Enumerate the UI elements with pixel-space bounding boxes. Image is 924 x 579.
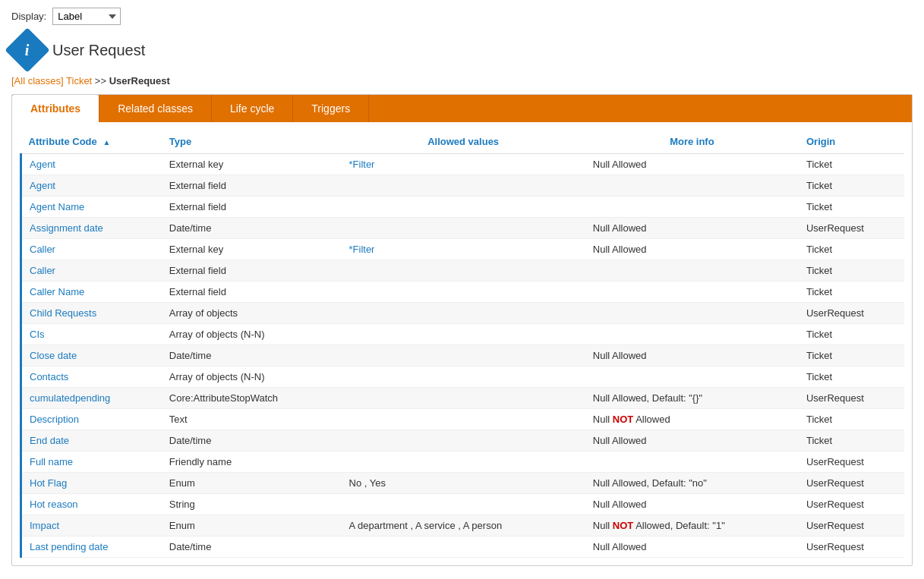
table-row: Hot FlagEnumNo , YesNull Allowed, Defaul… <box>21 473 905 494</box>
cell-allowed-values <box>342 282 585 303</box>
cell-origin: Ticket <box>799 175 904 197</box>
col-type: Type <box>162 130 342 154</box>
cell-type: String <box>162 494 342 515</box>
col-origin: Origin <box>799 130 904 154</box>
table-row: Close dateDate/timeNull AllowedTicket <box>21 345 905 367</box>
table-row: Full nameFriendly nameUserRequest <box>21 452 905 473</box>
cell-type: Text <box>162 409 342 430</box>
cell-allowed-values <box>342 175 585 197</box>
cell-allowed-values <box>342 367 585 388</box>
cell-allowed-values[interactable]: *Filter <box>342 239 585 260</box>
cell-allowed-values: No , Yes <box>342 473 585 494</box>
cell-more-info: Null Allowed <box>585 345 799 367</box>
cell-type: Array of objects (N-N) <box>162 367 342 388</box>
cell-type: Enum <box>162 515 342 537</box>
cell-type: Array of objects <box>162 303 342 324</box>
cell-attr-code[interactable]: Assignment date <box>21 218 162 239</box>
table-row: CIsArray of objects (N-N)Ticket <box>21 324 905 345</box>
cell-origin: UserRequest <box>799 494 904 515</box>
cell-more-info: Null Allowed <box>585 218 799 239</box>
cell-more-info: Null NOT Allowed, Default: "1" <box>585 515 799 537</box>
cell-more-info <box>585 367 799 388</box>
cell-origin: Ticket <box>799 409 904 430</box>
cell-type: Friendly name <box>162 452 342 473</box>
table-row: End dateDate/timeNull AllowedTicket <box>21 430 905 452</box>
table-row: ImpactEnumA department , A service , A p… <box>21 515 905 537</box>
cell-attr-code[interactable]: Description <box>21 409 162 430</box>
page-icon: i <box>5 27 49 72</box>
cell-allowed-values <box>342 452 585 473</box>
tab-life-cycle[interactable]: Life cycle <box>212 95 293 122</box>
cell-more-info: Null Allowed <box>585 430 799 452</box>
cell-type: Array of objects (N-N) <box>162 324 342 345</box>
cell-type: External key <box>162 239 342 260</box>
cell-type: Enum <box>162 473 342 494</box>
cell-attr-code[interactable]: Agent <box>21 154 162 175</box>
cell-attr-code[interactable]: Full name <box>21 452 162 473</box>
cell-origin: Ticket <box>799 154 904 175</box>
table-row: Hot reasonStringNull AllowedUserRequest <box>21 494 905 515</box>
cell-attr-code[interactable]: Caller <box>21 239 162 260</box>
cell-origin: Ticket <box>799 282 904 303</box>
cell-allowed-values <box>342 260 585 282</box>
breadcrumb-parent[interactable]: Ticket <box>66 75 92 87</box>
cell-more-info: Null Allowed <box>585 537 799 558</box>
cell-more-info <box>585 282 799 303</box>
cell-allowed-values <box>342 324 585 345</box>
tabs-container: Attributes Related classes Life cycle Tr… <box>11 94 913 566</box>
cell-more-info: Null Allowed <box>585 494 799 515</box>
tab-triggers[interactable]: Triggers <box>293 95 369 122</box>
cell-attr-code[interactable]: End date <box>21 430 162 452</box>
tab-related-classes[interactable]: Related classes <box>99 95 212 122</box>
cell-type: Date/time <box>162 430 342 452</box>
cell-attr-code[interactable]: Agent Name <box>21 197 162 218</box>
cell-attr-code[interactable]: Contacts <box>21 367 162 388</box>
display-select[interactable]: Label Code Both <box>52 8 121 25</box>
cell-allowed-values <box>342 345 585 367</box>
cell-allowed-values <box>342 430 585 452</box>
cell-more-info <box>585 452 799 473</box>
table-row: AgentExternal key*FilterNull AllowedTick… <box>21 154 905 175</box>
display-label: Display: <box>11 11 46 22</box>
cell-attr-code[interactable]: CIs <box>21 324 162 345</box>
tab-attributes[interactable]: Attributes <box>12 95 99 122</box>
cell-allowed-values <box>342 494 585 515</box>
cell-attr-code[interactable]: Close date <box>21 345 162 367</box>
cell-allowed-values <box>342 388 585 409</box>
cell-origin: Ticket <box>799 260 904 282</box>
cell-allowed-values <box>342 303 585 324</box>
cell-more-info <box>585 303 799 324</box>
breadcrumb-separator2: >> <box>95 75 109 87</box>
cell-more-info: Null Allowed, Default: "no" <box>585 473 799 494</box>
cell-attr-code[interactable]: Hot Flag <box>21 473 162 494</box>
cell-origin: Ticket <box>799 239 904 260</box>
cell-origin: Ticket <box>799 345 904 367</box>
tabs-header: Attributes Related classes Life cycle Tr… <box>12 95 912 122</box>
cell-attr-code[interactable]: Caller <box>21 260 162 282</box>
table-row: cumulatedpendingCore:AttributeStopWatchN… <box>21 388 905 409</box>
col-attr-code[interactable]: Attribute Code ▲ <box>21 130 162 154</box>
cell-origin: Ticket <box>799 430 904 452</box>
cell-allowed-values <box>342 218 585 239</box>
cell-attr-code[interactable]: Child Requests <box>21 303 162 324</box>
table-row: Caller NameExternal fieldTicket <box>21 282 905 303</box>
cell-attr-code[interactable]: Caller Name <box>21 282 162 303</box>
cell-origin: Ticket <box>799 197 904 218</box>
cell-attr-code[interactable]: Last pending date <box>21 537 162 558</box>
cell-origin: UserRequest <box>799 218 904 239</box>
cell-attr-code[interactable]: Hot reason <box>21 494 162 515</box>
cell-more-info: Null Allowed <box>585 154 799 175</box>
cell-attr-code[interactable]: Agent <box>21 175 162 197</box>
breadcrumb-all-classes[interactable]: [All classes] <box>11 75 64 87</box>
cell-type: Date/time <box>162 218 342 239</box>
attributes-table-container: Attribute Code ▲ Type Allowed values Mor… <box>12 122 912 565</box>
cell-origin: UserRequest <box>799 515 904 537</box>
cell-attr-code[interactable]: Impact <box>21 515 162 537</box>
cell-attr-code[interactable]: cumulatedpending <box>21 388 162 409</box>
cell-type: External field <box>162 260 342 282</box>
col-more-info: More info <box>585 130 799 154</box>
breadcrumb: [All classes] Ticket >> UserRequest <box>11 75 913 87</box>
cell-more-info <box>585 175 799 197</box>
cell-type: External field <box>162 197 342 218</box>
cell-allowed-values[interactable]: *Filter <box>342 154 585 175</box>
